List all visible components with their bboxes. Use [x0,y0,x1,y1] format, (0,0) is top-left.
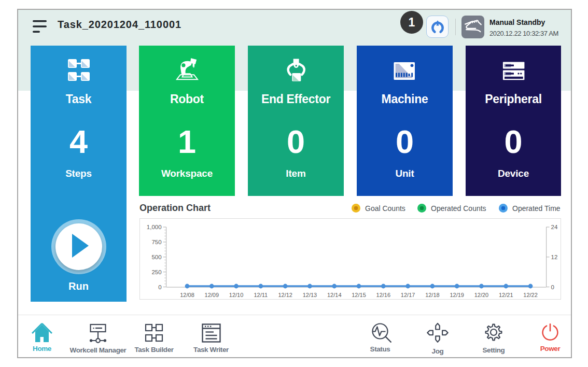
svg-text:12/18: 12/18 [425,292,440,298]
svg-text:12/19: 12/19 [450,292,464,298]
svg-text:12/14: 12/14 [327,292,342,298]
svg-text:12/21: 12/21 [499,292,513,298]
svg-text:250: 250 [151,269,161,275]
svg-text:12/10: 12/10 [229,292,244,298]
svg-text:12/20: 12/20 [474,292,489,298]
svg-text:12/15: 12/15 [352,292,366,298]
svg-text:750: 750 [151,239,161,245]
svg-text:0: 0 [158,284,161,290]
svg-text:12/17: 12/17 [401,292,415,298]
svg-text:24: 24 [551,224,558,230]
svg-text:1,000: 1,000 [147,224,162,230]
svg-text:12/08: 12/08 [180,292,194,298]
svg-text:12/13: 12/13 [303,292,317,298]
svg-text:0: 0 [551,284,554,290]
svg-text:12/09: 12/09 [205,292,219,298]
svg-text:12: 12 [551,254,558,260]
svg-text:12/12: 12/12 [278,292,292,298]
svg-text:500: 500 [151,254,161,260]
svg-text:12/11: 12/11 [254,292,268,298]
svg-text:12/22: 12/22 [523,292,538,298]
svg-text:12/16: 12/16 [376,292,391,298]
